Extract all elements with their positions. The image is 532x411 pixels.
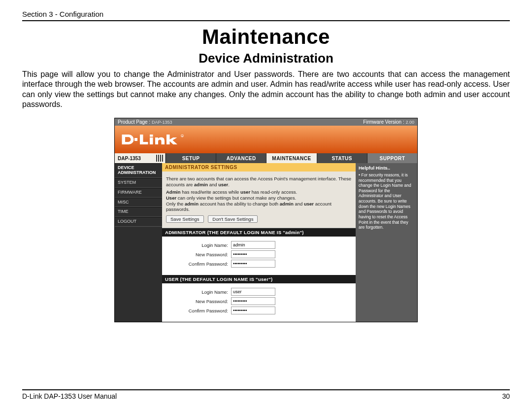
- hints-header: Helpful Hints..: [359, 165, 414, 171]
- user-login-input[interactable]: [231, 288, 275, 296]
- product-page-label: Product Page :: [118, 119, 150, 125]
- dont-save-settings-button[interactable]: Don't Save Settings: [208, 215, 258, 223]
- user-section-bar: USER (THE DEFAULT LOGIN NAME IS "user"): [162, 275, 356, 283]
- tab-setup[interactable]: SETUP: [166, 153, 216, 163]
- tab-maintenance[interactable]: MAINTENANCE: [266, 153, 316, 163]
- admin-newpw-input[interactable]: [231, 250, 275, 258]
- sidebar-item-logout[interactable]: LOGOUT: [115, 217, 162, 227]
- user-confirmpw-input[interactable]: [231, 307, 275, 314]
- page-title: Maintenance: [22, 25, 510, 49]
- firmware-label: Firmware Version :: [363, 119, 404, 125]
- page-footer: D-Link DAP-1353 User Manual 30: [22, 389, 510, 400]
- hints-text: For security reasons, it is recommended …: [359, 172, 411, 230]
- admin-confirmpw-label: Confirm Password:: [166, 261, 231, 267]
- sidebar-item-misc[interactable]: MISC: [115, 198, 162, 207]
- svg-rect-0: [134, 138, 137, 141]
- router-ui-screenshot: Product Page : DAP-1353 Firmware Version…: [114, 118, 418, 322]
- user-login-label: Login Name:: [166, 289, 231, 295]
- sidebar: DEVICE ADMINISTRATION SYSTEM FIRMWARE MI…: [115, 163, 162, 322]
- stripes-icon: [156, 155, 163, 162]
- top-status-bar: Product Page : DAP-1353 Firmware Version…: [115, 118, 417, 126]
- user-form: Login Name: New Password: Confirm Passwo…: [162, 283, 356, 322]
- save-settings-button[interactable]: Save Settings: [166, 215, 204, 223]
- main-panel: ADMINISTRATOR SETTINGS There are two acc…: [162, 163, 356, 322]
- section-header: Section 3 - Configuration: [22, 10, 510, 21]
- svg-rect-1: [150, 137, 153, 144]
- svg-rect-2: [150, 135, 153, 137]
- admin-section-bar: ADMINISTRATOR (THE DEFAULT LOGIN MANE IS…: [162, 228, 356, 237]
- model-cell: DAP-1353: [115, 153, 166, 163]
- tab-advanced[interactable]: ADVANCED: [216, 153, 266, 163]
- tab-status[interactable]: STATUS: [317, 153, 367, 163]
- sidebar-item-time[interactable]: TIME: [115, 207, 162, 217]
- admin-login-input[interactable]: [231, 241, 275, 249]
- user-newpw-input[interactable]: [231, 297, 275, 305]
- footer-title: D-Link DAP-1353 User Manual: [22, 392, 117, 400]
- sidebar-item-device-admin[interactable]: DEVICE ADMINISTRATION: [115, 163, 162, 178]
- info-box: There are two accounts that can access t…: [162, 171, 356, 228]
- user-confirmpw-label: Confirm Password:: [166, 308, 231, 313]
- admin-login-label: Login Name:: [166, 242, 231, 248]
- admin-settings-header: ADMINISTRATOR SETTINGS: [162, 163, 356, 171]
- dlink-logo-icon: R: [121, 131, 185, 148]
- footer-page-number: 30: [502, 392, 510, 400]
- admin-newpw-label: New Password:: [166, 252, 231, 257]
- product-model: DAP-1353: [152, 120, 172, 125]
- firmware-version: 2.00: [405, 120, 414, 125]
- model-label: DAP-1353: [118, 156, 141, 161]
- helpful-hints-panel: Helpful Hints.. • For security reasons, …: [356, 163, 417, 322]
- brand-banner: R: [115, 126, 417, 153]
- sidebar-item-firmware[interactable]: FIRMWARE: [115, 188, 162, 198]
- user-newpw-label: New Password:: [166, 299, 231, 304]
- sidebar-item-system[interactable]: SYSTEM: [115, 178, 162, 188]
- intro-paragraph: This page will allow you to change the A…: [22, 69, 510, 109]
- admin-confirmpw-input[interactable]: [231, 260, 275, 268]
- page-subtitle: Device Administration: [22, 51, 510, 66]
- tab-support[interactable]: SUPPORT: [367, 153, 417, 163]
- main-tab-bar: DAP-1353 SETUP ADVANCED MAINTENANCE STAT…: [115, 153, 417, 163]
- bullet-icon: •: [359, 172, 360, 177]
- admin-form: Login Name: New Password: Confirm Passwo…: [162, 237, 356, 275]
